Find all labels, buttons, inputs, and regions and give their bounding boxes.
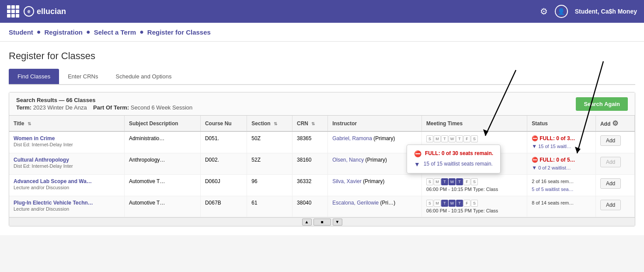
seats-text: 2 of 16 seats rem… bbox=[532, 179, 574, 184]
grid-icon[interactable] bbox=[7, 5, 19, 18]
waitlist-icon: ▼ bbox=[532, 165, 537, 171]
add-button[interactable]: Add bbox=[600, 135, 621, 146]
day-pill: W bbox=[449, 135, 456, 142]
day-pill: F bbox=[463, 178, 470, 185]
days-row: SMTWTFS bbox=[426, 135, 522, 142]
tab-enter-crns[interactable]: Enter CRNs bbox=[59, 69, 107, 84]
full-text: FULL: 0 of 5… bbox=[540, 157, 575, 163]
add-button[interactable]: Add bbox=[600, 178, 621, 189]
cell-title: Women in CrimeDist Ed: Internet-Delay In… bbox=[9, 131, 124, 153]
status-waitlist: ▼15 of 15 waitl… bbox=[532, 143, 591, 149]
days-row: SMTWTFS bbox=[426, 178, 522, 185]
cell-title: Cultural AnthropologyDist Ed: Internet-D… bbox=[9, 153, 124, 175]
cell-subject: Automotive T… bbox=[124, 196, 200, 217]
page-title: Register for Classes bbox=[9, 50, 635, 62]
cell-subject: Automotive T… bbox=[124, 175, 200, 196]
results-header: Search Results — 66 Classes Term: 2023 W… bbox=[9, 92, 635, 116]
table-header-row: Title ⇅ Subject Description Course Nu Se… bbox=[9, 116, 635, 131]
meeting-time-text: 06:00 PM - 10:15 PM Type: Class bbox=[426, 187, 522, 192]
top-nav: e ellucian ⚙ 👤 Student, Ca$h Money bbox=[0, 0, 644, 23]
breadcrumb-sep-2: ● bbox=[86, 28, 91, 36]
cell-crn: 38160 bbox=[292, 153, 328, 175]
breadcrumb-select-term[interactable]: Select a Term bbox=[94, 28, 136, 36]
cell-status: ⛔FULL: 0 of 3… ▼15 of 15 waitl… bbox=[527, 131, 596, 153]
sort-crn-icon: ⇅ bbox=[311, 121, 315, 126]
cell-section: 96 bbox=[247, 175, 292, 196]
seats-text: 8 of 14 seats rem… bbox=[532, 200, 574, 205]
breadcrumb-student[interactable]: Student bbox=[9, 28, 33, 36]
status-full: ⛔FULL: 0 of 5… bbox=[532, 157, 591, 163]
status-available: 2 of 16 seats rem… bbox=[532, 178, 591, 184]
day-pill: S bbox=[426, 178, 433, 185]
cell-course-num: D060J bbox=[200, 175, 247, 196]
tab-schedule-options[interactable]: Schedule and Options bbox=[107, 69, 181, 84]
cell-crn: 38040 bbox=[292, 196, 328, 217]
day-pill: M bbox=[434, 200, 441, 207]
breadcrumb: Student ● Registration ● Select a Term ●… bbox=[0, 23, 644, 42]
day-pill: T bbox=[456, 200, 463, 207]
instructor-link[interactable]: Olsen, Nancy bbox=[332, 157, 364, 163]
day-pill: F bbox=[463, 135, 470, 142]
instructor-link[interactable]: Escalona, Gerilowie bbox=[332, 200, 379, 206]
days-row: SMTWTFS bbox=[426, 200, 522, 207]
course-link[interactable]: Women in Crime bbox=[14, 135, 55, 141]
status-waitlist2: 5 of 5 waitlist sea… bbox=[532, 186, 591, 192]
th-title[interactable]: Title ⇅ bbox=[9, 116, 124, 131]
instructor-link[interactable]: Silva, Xavier bbox=[332, 178, 362, 184]
course-link[interactable]: Cultural Anthropology bbox=[14, 157, 69, 163]
cell-title: Plug-In Electric Vehicle Techn…Lecture a… bbox=[9, 196, 124, 217]
cell-meeting-times: SMTWTFS06:00 PM - 10:15 PM Type: Class bbox=[422, 196, 527, 217]
cell-instructor: Silva, Xavier (Primary) bbox=[328, 175, 422, 196]
th-subject: Subject Description bbox=[124, 116, 200, 131]
instructor-link[interactable]: Gabriel, Ramona bbox=[332, 135, 372, 141]
tooltip-full-icon: ⛔ bbox=[414, 150, 421, 157]
add-button[interactable]: Add bbox=[600, 200, 621, 210]
th-instructor: Instructor bbox=[328, 116, 422, 131]
day-pill: S bbox=[426, 200, 433, 207]
breadcrumb-register[interactable]: Register for Classes bbox=[147, 28, 211, 36]
th-section[interactable]: Section ⇅ bbox=[247, 116, 292, 131]
tooltip-waitlist-text: 15 of 15 waitlist seats remain. bbox=[424, 161, 493, 167]
course-subtitle: Lecture and/or Discussion bbox=[14, 206, 69, 212]
th-course-num: Course Nu bbox=[200, 116, 247, 131]
th-crn[interactable]: CRN ⇅ bbox=[292, 116, 328, 131]
scroll-right-icon[interactable]: ▼ bbox=[333, 219, 342, 226]
table-gear-icon[interactable]: ⚙ bbox=[612, 120, 618, 127]
breadcrumb-registration[interactable]: Registration bbox=[45, 28, 83, 36]
cell-status: 8 of 14 seats rem… bbox=[527, 196, 596, 217]
term-info: Term: 2023 Winter De Anza Part Of Term: … bbox=[16, 104, 192, 111]
nav-left: e ellucian bbox=[7, 5, 540, 18]
day-pill: M bbox=[434, 178, 441, 185]
cell-title: Advanced Lab Scope and Wa…Lecture and/or… bbox=[9, 175, 124, 196]
table-row: Women in CrimeDist Ed: Internet-Delay In… bbox=[9, 131, 635, 153]
scroll-left-icon[interactable]: ▲ bbox=[302, 219, 312, 226]
meeting-time-text: 06:00 PM - 10:15 PM Type: Class bbox=[426, 208, 522, 213]
bottom-scrollbar: ▲ ■ ▼ bbox=[9, 217, 635, 226]
seat-tooltip: ⛔ FULL: 0 of 30 seats remain. ▼ 15 of 15… bbox=[407, 145, 501, 173]
ellucian-circle: e bbox=[24, 6, 34, 17]
breadcrumb-sep-1: ● bbox=[37, 28, 41, 36]
day-pill: T bbox=[441, 178, 448, 185]
table-row: Cultural AnthropologyDist Ed: Internet-D… bbox=[9, 153, 635, 175]
cell-section: 50Z bbox=[247, 131, 292, 153]
search-again-button[interactable]: Search Again bbox=[576, 97, 628, 111]
cell-status: 2 of 16 seats rem… 5 of 5 waitlist sea… bbox=[527, 175, 596, 196]
results-table: Title ⇅ Subject Description Course Nu Se… bbox=[9, 116, 635, 217]
full-text: FULL: 0 of 3… bbox=[540, 135, 575, 141]
settings-icon[interactable]: ⚙ bbox=[540, 6, 548, 17]
day-pill: S bbox=[471, 178, 478, 185]
tooltip-full-text: FULL: 0 of 30 seats remain. bbox=[425, 150, 493, 156]
main-content: Register for Classes Find Classes Enter … bbox=[0, 42, 644, 235]
scroll-handle[interactable]: ■ bbox=[313, 219, 331, 226]
term-label: Term: bbox=[16, 104, 31, 111]
cell-meeting-times: SMTWTFS06:00 PM - 10:15 PM Type: Class bbox=[422, 175, 527, 196]
course-link[interactable]: Advanced Lab Scope and Wa… bbox=[14, 178, 92, 184]
add-button[interactable]: Add bbox=[600, 157, 621, 167]
tab-find-classes[interactable]: Find Classes bbox=[9, 69, 59, 84]
course-link[interactable]: Plug-In Electric Vehicle Techn… bbox=[14, 200, 93, 206]
user-avatar-icon[interactable]: 👤 bbox=[555, 5, 568, 18]
th-status: Status bbox=[527, 116, 596, 131]
cell-add: Add bbox=[595, 196, 634, 217]
sort-section-icon: ⇅ bbox=[274, 121, 277, 126]
table-row: Plug-In Electric Vehicle Techn…Lecture a… bbox=[9, 196, 635, 217]
